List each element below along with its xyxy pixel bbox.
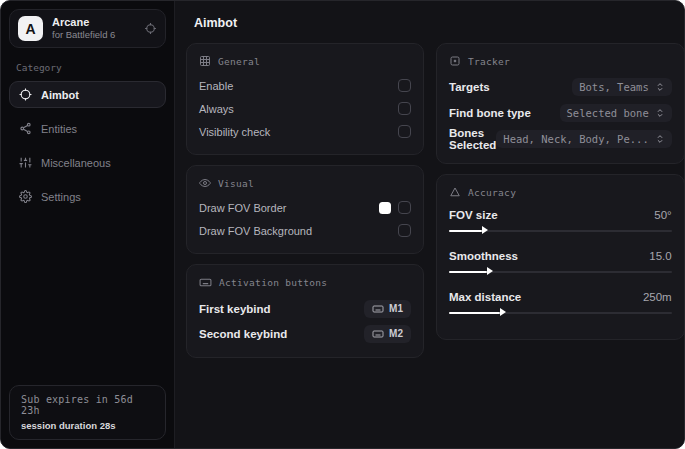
sidebar-item-entities[interactable]: Entities [9, 115, 166, 142]
setting-label: Smoothness [449, 250, 518, 262]
setting-label: Targets [449, 81, 490, 93]
fov-size-value: 50° [654, 209, 671, 221]
triangle-icon [449, 186, 461, 198]
setting-row-fov-border: Draw FOV Border [199, 196, 411, 219]
setting-label: Draw FOV Border [199, 202, 286, 214]
smoothness-value: 15.0 [649, 250, 671, 262]
setting-label: FOV size [449, 209, 498, 221]
setting-row-targets: Targets Bots, Teams [449, 74, 672, 100]
always-checkbox[interactable] [398, 102, 411, 115]
setting-row-enable: Enable [199, 74, 411, 97]
setting-label: Enable [199, 80, 233, 92]
sidebar-item-label: Miscellaneous [41, 157, 111, 169]
setting-row-find-bone-type: Find bone type Selected bone [449, 100, 672, 126]
tracker-card: Tracker Targets Bots, Teams [436, 43, 685, 164]
chevrons-up-down-icon [655, 134, 665, 144]
section-title: Tracker [468, 56, 510, 67]
app-logo: A [18, 16, 43, 41]
fov-size-slider[interactable] [449, 225, 672, 236]
visual-card: Visual Draw FOV Border Draw FOV Backgrou… [186, 165, 424, 254]
app-subtitle: for Battlefield 6 [52, 30, 115, 41]
setting-label: Find bone type [449, 107, 531, 119]
keyboard-icon [199, 276, 212, 289]
scan-square-icon [449, 55, 461, 67]
subscription-info: Sub expires in 56d 23h session duration … [9, 385, 166, 440]
setting-row-first-keybind: First keybind M1 [199, 296, 411, 321]
setting-label: Second keybind [199, 328, 287, 340]
enable-checkbox[interactable] [398, 79, 411, 92]
color-swatch[interactable] [379, 202, 391, 214]
keyboard-icon [372, 328, 384, 340]
activation-card: Activation buttons First keybind M1 [186, 264, 424, 358]
setting-row-always: Always [199, 97, 411, 120]
smoothness-slider[interactable] [449, 266, 672, 277]
reticle-icon[interactable] [144, 22, 157, 35]
sidebar-item-settings[interactable]: Settings [9, 183, 166, 210]
setting-row-second-keybind: Second keybind M2 [199, 321, 411, 346]
keybind-value: M1 [389, 303, 403, 314]
slider-fill [449, 271, 487, 273]
general-card: General Enable Always Visibility check [186, 43, 424, 155]
setting-row-fov-size: FOV size 50° [449, 205, 672, 236]
page-title: Aimbot [194, 16, 685, 30]
slider-fill [449, 312, 500, 314]
find-bone-type-select[interactable]: Selected bone [560, 104, 672, 122]
sidebar: A Arcane for Battlefield 6 Category Aimb [1, 1, 175, 448]
setting-row-fov-background: Draw FOV Background [199, 219, 411, 242]
section-title: Activation buttons [219, 277, 327, 288]
slider-fill [449, 230, 482, 232]
sub-expires-text: Sub expires in 56d 23h [21, 394, 154, 416]
sidebar-item-aimbot[interactable]: Aimbot [9, 81, 166, 108]
visibility-check-checkbox[interactable] [398, 125, 411, 138]
sidebar-item-label: Aimbot [41, 89, 79, 101]
keyboard-icon [372, 303, 384, 315]
first-keybind-button[interactable]: M1 [364, 300, 411, 318]
max-distance-value: 250m [643, 291, 672, 303]
sidebar-item-label: Settings [41, 191, 81, 203]
setting-row-bones-selected: Bones Selected Head, Neck, Body, Pe... [449, 126, 672, 152]
fov-border-checkbox[interactable] [398, 201, 411, 214]
setting-label: Bones Selected [449, 127, 496, 151]
setting-label: First keybind [199, 303, 271, 315]
fov-background-checkbox[interactable] [398, 224, 411, 237]
setting-row-smoothness: Smoothness 15.0 [449, 246, 672, 277]
app-header-card: A Arcane for Battlefield 6 [9, 9, 166, 48]
targets-select[interactable]: Bots, Teams [572, 78, 672, 96]
category-label: Category [16, 62, 159, 73]
session-duration-text: session duration 28s [21, 420, 154, 431]
sliders-icon [19, 156, 32, 169]
setting-label: Visibility check [199, 126, 270, 138]
section-title: General [218, 56, 260, 67]
grid-icon [199, 55, 211, 67]
bones-selected-select[interactable]: Head, Neck, Body, Pe... [496, 130, 671, 148]
section-title: Accuracy [468, 187, 516, 198]
app-name: Arcane [52, 16, 115, 29]
setting-row-visibility-check: Visibility check [199, 120, 411, 143]
chevrons-up-down-icon [655, 82, 665, 92]
max-distance-slider[interactable] [449, 307, 672, 318]
eye-icon [199, 177, 211, 189]
accuracy-card: Accuracy FOV size 50° [436, 174, 685, 340]
crosshair-icon [19, 88, 32, 101]
main-panel: Aimbot General [175, 1, 685, 448]
app-window: A Arcane for Battlefield 6 Category Aimb [0, 0, 685, 449]
section-title: Visual [218, 178, 254, 189]
setting-label: Always [199, 103, 234, 115]
sidebar-item-miscellaneous[interactable]: Miscellaneous [9, 149, 166, 176]
select-value: Head, Neck, Body, Pe... [503, 133, 648, 145]
select-value: Selected bone [567, 107, 649, 119]
gear-icon [19, 190, 32, 203]
keybind-value: M2 [389, 328, 403, 339]
setting-label: Draw FOV Background [199, 225, 312, 237]
select-value: Bots, Teams [579, 81, 649, 93]
entities-icon [19, 122, 32, 135]
sidebar-item-label: Entities [41, 123, 77, 135]
setting-row-max-distance: Max distance 250m [449, 287, 672, 318]
second-keybind-button[interactable]: M2 [364, 325, 411, 343]
setting-label: Max distance [449, 291, 521, 303]
chevrons-up-down-icon [655, 108, 665, 118]
